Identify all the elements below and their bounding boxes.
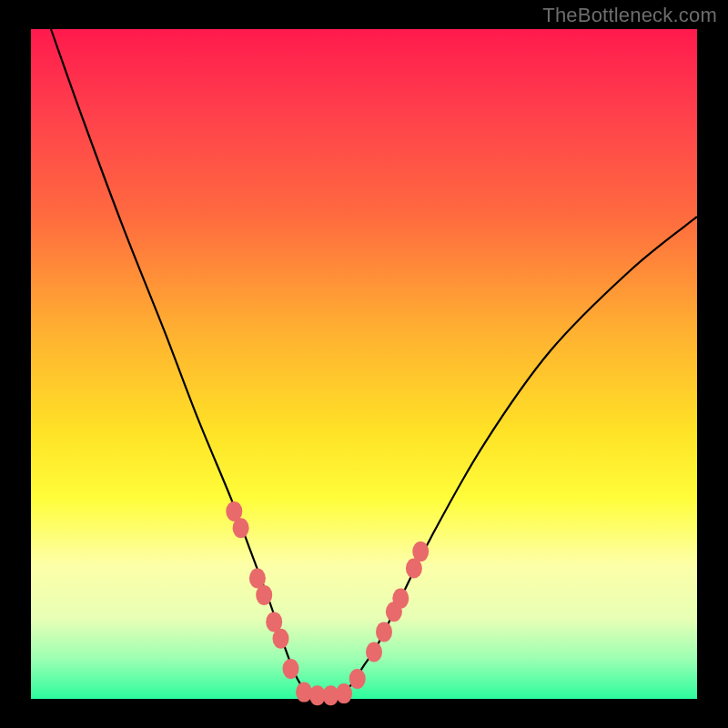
marker-point [392, 589, 409, 609]
watermark-text: TheBottleneck.com [542, 4, 717, 27]
marker-point [336, 683, 352, 703]
chart-frame: TheBottleneck.com [0, 0, 728, 728]
marker-group [226, 501, 429, 705]
marker-point [412, 541, 429, 561]
marker-point [349, 669, 366, 689]
marker-point [376, 622, 392, 642]
marker-point [273, 629, 289, 649]
marker-point [256, 585, 272, 605]
marker-point [283, 659, 299, 679]
bottleneck-curve [51, 29, 697, 699]
marker-point [366, 642, 382, 662]
plot-area [31, 29, 697, 699]
curve-layer [31, 29, 697, 699]
marker-point [233, 518, 249, 538]
